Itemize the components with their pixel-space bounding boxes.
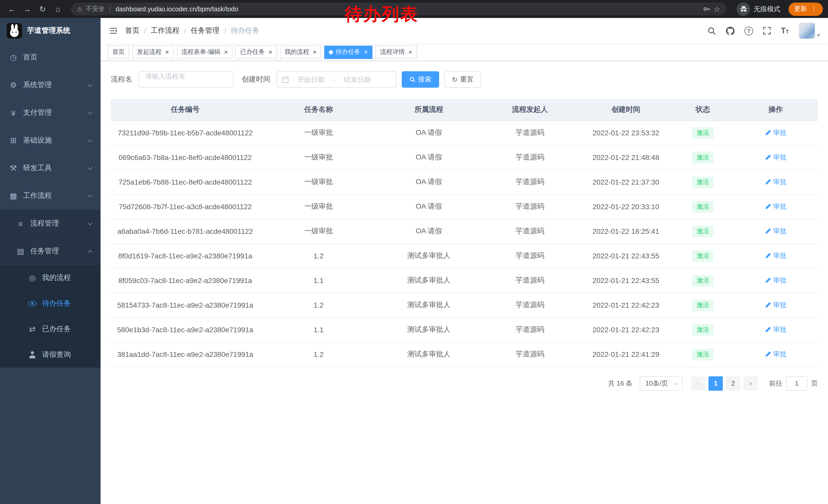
yen-icon: ¥ bbox=[9, 108, 18, 117]
bookmark-star-icon[interactable]: ☆ bbox=[714, 5, 720, 13]
sidebar-item-workflow[interactable]: ▦ 工作流程 bbox=[0, 182, 100, 210]
sidebar-item-todo-task[interactable]: 待办任务 bbox=[0, 291, 100, 316]
help-icon[interactable]: ? bbox=[744, 27, 753, 35]
breadcrumb-separator: / bbox=[144, 27, 146, 35]
sidebar-item-done-task[interactable]: ⇄ 已办任务 bbox=[0, 316, 100, 342]
approve-button[interactable]: 审批 bbox=[765, 350, 786, 359]
status-badge: 激活 bbox=[692, 176, 714, 188]
tab-home[interactable]: 首页 bbox=[108, 45, 129, 59]
close-icon[interactable]: × bbox=[313, 49, 317, 55]
swap-icon: ⇄ bbox=[28, 325, 37, 334]
reset-button[interactable]: ↻ 重置 bbox=[444, 71, 481, 88]
cell-task-name: 1.2 bbox=[259, 293, 378, 317]
browser-chrome: ← → ↻ ⌂ ⚠ 不安全 dashboard.yudao.iocoder.cn… bbox=[0, 0, 828, 18]
forward-button[interactable]: → bbox=[20, 2, 34, 16]
app-logo[interactable]: 芋道管理系统 bbox=[0, 18, 100, 44]
sidebar-item-devtools[interactable]: ⚒ 研发工具 bbox=[0, 154, 100, 182]
home-button[interactable]: ⌂ bbox=[51, 2, 65, 16]
breadcrumb-workflow[interactable]: 工作流程 bbox=[151, 26, 179, 35]
table-row: 75d72608-7b7f-11ec-a3c8-acde48001122 一级审… bbox=[111, 194, 818, 219]
overflow-menu-icon[interactable]: ⋮ bbox=[811, 5, 817, 13]
sidebar-item-infrastructure[interactable]: ⊞ 基础设施 bbox=[0, 127, 100, 154]
cell-actions: 审批 bbox=[734, 243, 818, 268]
cell-actions: 审批 bbox=[734, 317, 818, 342]
next-page-button[interactable]: › bbox=[743, 376, 758, 391]
back-button[interactable]: ← bbox=[5, 2, 18, 16]
status-badge: 激活 bbox=[692, 349, 714, 360]
cell-starter: 芋道源码 bbox=[480, 268, 580, 293]
tab-todo-task[interactable]: 待办任务× bbox=[325, 45, 372, 59]
cell-status: 激活 bbox=[672, 342, 734, 367]
date-range-picker[interactable]: - bbox=[277, 71, 397, 88]
key-icon[interactable] bbox=[703, 5, 711, 13]
close-icon[interactable]: × bbox=[165, 49, 169, 55]
page-size-select[interactable]: 10条/页 bbox=[640, 376, 683, 391]
url-bar[interactable]: ⚠ 不安全 dashboard.yudao.iocoder.cn/bpm/tas… bbox=[71, 3, 727, 15]
tasks-icon: ▤ bbox=[16, 246, 25, 256]
gear-icon: ⚙ bbox=[9, 81, 18, 90]
incognito-badge[interactable]: 无痕模式 bbox=[737, 2, 780, 16]
approve-button[interactable]: 审批 bbox=[765, 202, 786, 211]
search-button[interactable]: 搜索 bbox=[402, 71, 439, 88]
process-name-input[interactable] bbox=[138, 71, 234, 88]
list-icon: ≡ bbox=[16, 219, 25, 228]
chevron-down-icon bbox=[87, 137, 93, 142]
sidebar-item-leave-query[interactable]: 请假查询 bbox=[0, 342, 100, 368]
breadcrumb-home[interactable]: 首页 bbox=[125, 26, 139, 35]
tab-done-task[interactable]: 已办任务× bbox=[236, 45, 277, 59]
cell-status: 激活 bbox=[672, 170, 734, 194]
approve-button[interactable]: 审批 bbox=[765, 301, 786, 310]
page-button-1[interactable]: 1 bbox=[708, 376, 723, 391]
close-icon[interactable]: × bbox=[364, 49, 368, 55]
update-button[interactable]: 更新 ⋮ bbox=[788, 2, 823, 16]
search-icon[interactable] bbox=[707, 27, 716, 35]
user-avatar[interactable]: ▾ bbox=[799, 22, 820, 39]
process-name-field[interactable] bbox=[145, 72, 227, 80]
approve-button[interactable]: 审批 bbox=[765, 276, 786, 285]
goto-page-input[interactable] bbox=[786, 376, 808, 391]
sidebar-item-payment[interactable]: ¥ 支付管理 bbox=[0, 99, 100, 127]
rabbit-logo-icon bbox=[7, 23, 22, 39]
approve-button[interactable]: 审批 bbox=[765, 227, 786, 236]
chevron-up-icon bbox=[87, 194, 93, 199]
sidebar-item-task-management[interactable]: ▤ 任务管理 bbox=[0, 237, 100, 265]
approve-button[interactable]: 审批 bbox=[765, 251, 786, 261]
sidebar-item-my-process[interactable]: ◎ 我的流程 bbox=[0, 265, 100, 291]
end-date-input[interactable] bbox=[338, 76, 377, 83]
status-badge: 激活 bbox=[692, 127, 714, 139]
approve-button[interactable]: 审批 bbox=[765, 325, 786, 334]
page-button-2[interactable]: 2 bbox=[726, 376, 740, 391]
approve-button[interactable]: 审批 bbox=[765, 153, 786, 162]
prev-page-button[interactable]: ‹ bbox=[691, 376, 705, 391]
font-size-icon[interactable]: TT bbox=[781, 27, 789, 35]
close-icon[interactable]: × bbox=[224, 49, 228, 55]
caret-down-icon: ▾ bbox=[817, 33, 820, 39]
table-row: 580e1b3d-7ac8-11ec-a9e2-a2380e71991a 1.1… bbox=[111, 317, 818, 342]
sidebar-item-system[interactable]: ⚙ 系统管理 bbox=[0, 71, 100, 99]
tab-process-form-edit[interactable]: 流程表单-编辑× bbox=[177, 45, 233, 59]
sidebar-item-process-management[interactable]: ≡ 流程管理 bbox=[0, 210, 100, 237]
approve-button[interactable]: 审批 bbox=[765, 177, 786, 187]
status-badge: 激活 bbox=[692, 151, 714, 163]
sidebar-item-home[interactable]: ◷ 首页 bbox=[0, 44, 100, 71]
cell-task-name: 一级审批 bbox=[259, 219, 378, 243]
cell-status: 激活 bbox=[672, 268, 734, 293]
security-label: 不安全 bbox=[86, 5, 105, 13]
tab-start-process[interactable]: 发起流程× bbox=[132, 45, 174, 59]
tab-my-process[interactable]: 我的流程× bbox=[280, 45, 321, 59]
close-icon[interactable]: × bbox=[408, 49, 412, 55]
cell-task-name: 一级审批 bbox=[259, 121, 378, 145]
total-count: 共 16 条 bbox=[608, 379, 632, 388]
tab-process-detail[interactable]: 流程详情× bbox=[376, 45, 417, 59]
breadcrumb-task-management[interactable]: 任务管理 bbox=[191, 26, 219, 35]
sidebar-collapse-icon[interactable] bbox=[109, 26, 118, 35]
reload-button[interactable]: ↻ bbox=[36, 2, 49, 16]
breadcrumb-separator: / bbox=[224, 27, 226, 35]
cell-task-id: 580e1b3d-7ac8-11ec-a9e2-a2380e71991a bbox=[111, 317, 259, 342]
approve-button[interactable]: 审批 bbox=[765, 128, 786, 137]
start-date-input[interactable] bbox=[291, 76, 330, 83]
fullscreen-icon[interactable] bbox=[763, 27, 771, 35]
github-icon[interactable] bbox=[726, 27, 735, 35]
cell-task-id: 069c6a63-7b8a-11ec-8ef0-acde48001122 bbox=[111, 145, 259, 170]
close-icon[interactable]: × bbox=[268, 49, 272, 55]
